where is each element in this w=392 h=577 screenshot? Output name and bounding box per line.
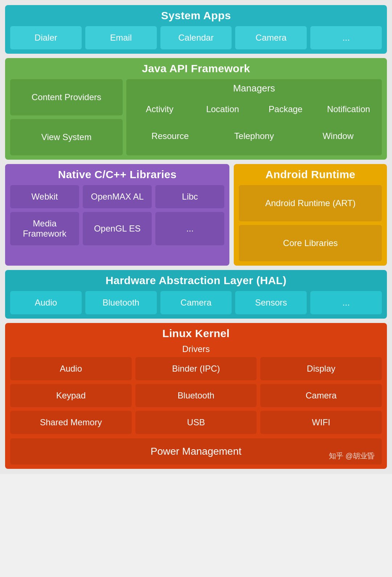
- hal-bluetooth: Bluetooth: [85, 291, 157, 314]
- driver-usb: USB: [135, 411, 257, 434]
- mgr-notification: Notification: [319, 98, 379, 121]
- java-managers-section: Managers Activity Location Package Notif…: [126, 79, 382, 155]
- runtime-art: Android Runtime (ART): [239, 185, 382, 221]
- native-webkit: Webkit: [10, 185, 79, 208]
- java-inner: Content Providers View System Managers A…: [10, 79, 382, 155]
- driver-binder: Binder (IPC): [135, 357, 257, 380]
- managers-row1: Activity Location Package Notification: [130, 98, 378, 121]
- native-more: ...: [155, 212, 224, 245]
- layer-native-libs: Native C/C++ Libraries Webkit OpenMAX AL…: [5, 164, 229, 266]
- power-management-label: Power Management: [151, 446, 242, 457]
- driver-wifi: WIFI: [260, 411, 382, 434]
- layer-system-apps: System Apps Dialer Email Calendar Camera…: [5, 5, 387, 54]
- mgr-location: Location: [193, 98, 253, 121]
- system-apps-title: System Apps: [10, 9, 382, 22]
- native-media: Media Framework: [10, 212, 79, 245]
- mgr-package: Package: [256, 98, 315, 121]
- sysapp-camera: Camera: [235, 26, 307, 49]
- hal-more: ...: [310, 291, 382, 314]
- power-management-bar: Power Management 知乎 @胡业昏: [10, 438, 382, 465]
- hal-title: Hardware Abstraction Layer (HAL): [10, 274, 382, 287]
- java-left-col: Content Providers View System: [10, 79, 123, 155]
- layer-android-runtime: Android Runtime Android Runtime (ART) Co…: [234, 164, 387, 266]
- hal-audio: Audio: [10, 291, 82, 314]
- java-title: Java API Framework: [10, 62, 382, 75]
- watermark-label: 知乎 @胡业昏: [329, 451, 375, 461]
- sysapp-email: Email: [85, 26, 157, 49]
- layer-java-framework: Java API Framework Content Providers Vie…: [5, 58, 387, 160]
- mgr-resource: Resource: [130, 124, 210, 148]
- mgr-activity: Activity: [130, 98, 189, 121]
- drivers-row1: Audio Binder (IPC) Display: [10, 357, 382, 380]
- native-runtime-section: Native C/C++ Libraries Webkit OpenMAX AL…: [5, 164, 387, 266]
- native-opengl: OpenGL ES: [83, 212, 152, 245]
- runtime-title: Android Runtime: [239, 168, 382, 181]
- drivers-row3: Shared Memory USB WIFI: [10, 411, 382, 434]
- driver-keypad: Keypad: [10, 384, 132, 407]
- driver-audio: Audio: [10, 357, 132, 380]
- java-view-system: View System: [10, 119, 123, 155]
- mgr-telephony: Telephony: [214, 124, 294, 148]
- java-content-providers: Content Providers: [10, 79, 123, 115]
- driver-bluetooth: Bluetooth: [135, 384, 257, 407]
- runtime-core-libs: Core Libraries: [239, 225, 382, 261]
- driver-shared-memory: Shared Memory: [10, 411, 132, 434]
- sysapp-more: ...: [310, 26, 382, 49]
- sysapp-dialer: Dialer: [10, 26, 82, 49]
- layer-hal: Hardware Abstraction Layer (HAL) Audio B…: [5, 270, 387, 319]
- native-title: Native C/C++ Libraries: [10, 168, 224, 181]
- drivers-row2: Keypad Bluetooth Camera: [10, 384, 382, 407]
- native-row1: Webkit OpenMAX AL Libc: [10, 185, 224, 208]
- driver-camera: Camera: [260, 384, 382, 407]
- drivers-title: Drivers: [10, 344, 382, 354]
- layer-linux-kernel: Linux Kernel Drivers Audio Binder (IPC) …: [5, 323, 387, 469]
- native-openmax: OpenMAX AL: [83, 185, 152, 208]
- mgr-window: Window: [298, 124, 378, 148]
- driver-display: Display: [260, 357, 382, 380]
- native-libc: Libc: [155, 185, 224, 208]
- system-apps-row: Dialer Email Calendar Camera ...: [10, 26, 382, 49]
- managers-title: Managers: [130, 83, 378, 94]
- android-architecture-diagram: System Apps Dialer Email Calendar Camera…: [0, 0, 392, 474]
- kernel-title: Linux Kernel: [10, 327, 382, 340]
- native-row2: Media Framework OpenGL ES ...: [10, 212, 224, 245]
- hal-camera: Camera: [160, 291, 232, 314]
- hal-sensors: Sensors: [235, 291, 307, 314]
- managers-row2: Resource Telephony Window: [130, 124, 378, 148]
- hal-row: Audio Bluetooth Camera Sensors ...: [10, 291, 382, 314]
- sysapp-calendar: Calendar: [160, 26, 232, 49]
